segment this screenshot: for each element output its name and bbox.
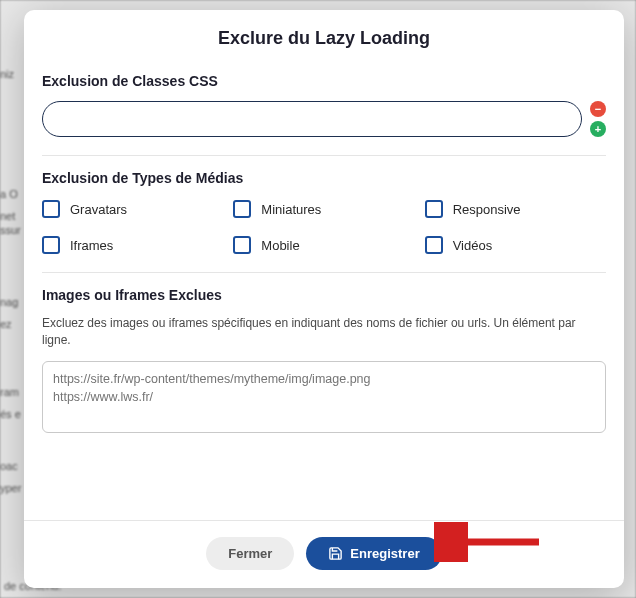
bg-text: niz [0, 68, 14, 80]
bg-text: yper [0, 482, 21, 494]
checkbox-box [425, 200, 443, 218]
modal-title: Exclure du Lazy Loading [24, 10, 624, 59]
section-title-media: Exclusion de Types de Médias [42, 170, 606, 186]
css-input-row: − + [42, 101, 606, 137]
save-button-label: Enregistrer [350, 546, 419, 561]
add-icon[interactable]: + [590, 121, 606, 137]
checkbox-box [425, 236, 443, 254]
save-button[interactable]: Enregistrer [306, 537, 441, 570]
modal-dialog: Exclure du Lazy Loading Exclusion de Cla… [24, 10, 624, 588]
section-media-types: Exclusion de Types de Médias Gravatars M… [42, 156, 606, 273]
checkbox-gravatars[interactable]: Gravatars [42, 200, 223, 218]
modal-footer: Fermer Enregistrer [24, 520, 624, 588]
bg-text: nag [0, 296, 18, 308]
bg-text: és e [0, 408, 21, 420]
checkbox-label: Miniatures [261, 202, 321, 217]
checkbox-videos[interactable]: Vidéos [425, 236, 606, 254]
css-class-input[interactable] [42, 101, 582, 137]
annotation-arrow-icon [434, 522, 544, 562]
bg-text: ram [0, 386, 19, 398]
excluded-urls-textarea[interactable] [42, 361, 606, 433]
section-title-excluded: Images ou Iframes Exclues [42, 287, 606, 303]
checkbox-label: Vidéos [453, 238, 493, 253]
bg-text: a O [0, 188, 18, 200]
checkbox-label: Mobile [261, 238, 299, 253]
checkbox-box [233, 200, 251, 218]
bg-text: net [0, 210, 15, 222]
row-actions: − + [590, 101, 606, 137]
media-checkbox-grid: Gravatars Miniatures Responsive Iframes … [42, 200, 606, 254]
checkbox-label: Iframes [70, 238, 113, 253]
checkbox-miniatures[interactable]: Miniatures [233, 200, 414, 218]
checkbox-box [42, 236, 60, 254]
section-excluded-urls: Images ou Iframes Exclues Excluez des im… [42, 273, 606, 455]
checkbox-iframes[interactable]: Iframes [42, 236, 223, 254]
save-icon [328, 546, 343, 561]
bg-text: ez [0, 318, 12, 330]
bg-text: oac [0, 460, 18, 472]
checkbox-box [233, 236, 251, 254]
section-css-exclusion: Exclusion de Classes CSS − + [42, 59, 606, 156]
checkbox-box [42, 200, 60, 218]
section-desc-excluded: Excluez des images ou iframes spécifique… [42, 315, 606, 349]
checkbox-mobile[interactable]: Mobile [233, 236, 414, 254]
close-button[interactable]: Fermer [206, 537, 294, 570]
checkbox-label: Responsive [453, 202, 521, 217]
modal-body: Exclusion de Classes CSS − + Exclusion d… [24, 59, 624, 520]
checkbox-responsive[interactable]: Responsive [425, 200, 606, 218]
bg-text: ssur [0, 224, 21, 236]
section-title-css: Exclusion de Classes CSS [42, 73, 606, 89]
remove-icon[interactable]: − [590, 101, 606, 117]
checkbox-label: Gravatars [70, 202, 127, 217]
